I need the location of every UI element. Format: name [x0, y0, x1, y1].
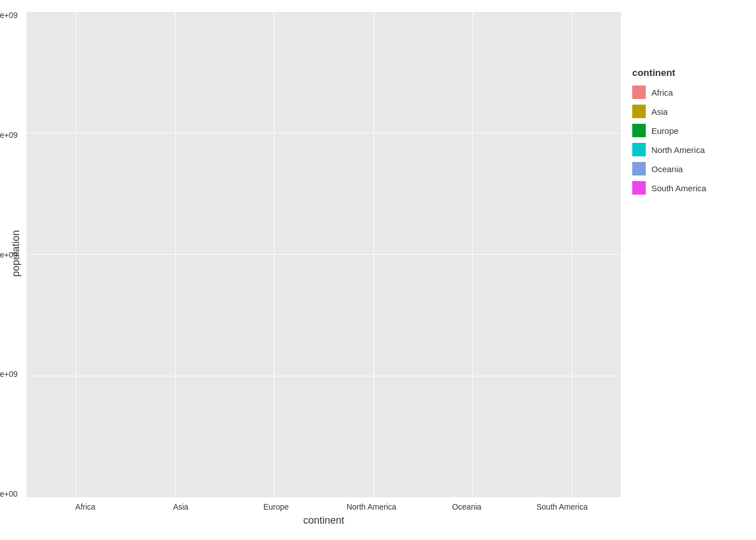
- x-axis-labels: AfricaAsiaEuropeNorth AmericaOceaniaSout…: [26, 498, 621, 511]
- legend-item: South America: [632, 181, 706, 195]
- x-tick-label: Asia: [133, 502, 229, 511]
- legend: continent AfricaAsiaEuropeNorth AmericaO…: [621, 56, 750, 212]
- y-tick-label: 4e+09: [0, 11, 17, 19]
- bars-container: [26, 11, 621, 498]
- legend-color-swatch: [632, 143, 646, 156]
- legend-item-label: Europe: [651, 126, 678, 136]
- legend-title: continent: [632, 68, 676, 79]
- legend-color-swatch: [632, 105, 646, 118]
- y-tick-label: 2e+09: [0, 251, 17, 259]
- legend-item-label: South America: [651, 183, 706, 193]
- x-tick-label: South America: [515, 502, 610, 511]
- y-tick-label: 1e+09: [0, 370, 17, 378]
- legend-color-swatch: [632, 124, 646, 137]
- legend-item: Asia: [632, 105, 706, 118]
- x-axis-title: continent: [26, 511, 621, 529]
- legend-item: North America: [632, 143, 706, 156]
- legend-color-swatch: [632, 181, 646, 195]
- x-tick-label: Oceania: [419, 502, 515, 511]
- legend-color-swatch: [632, 86, 646, 99]
- legend-color-swatch: [632, 162, 646, 176]
- x-tick-label: North America: [324, 502, 420, 511]
- legend-item: Europe: [632, 124, 706, 137]
- legend-item-label: Oceania: [651, 164, 683, 174]
- chart-title-area: population 4e+093e+092e+091e+090e+00: [6, 11, 621, 529]
- x-tick-label: Africa: [38, 502, 133, 511]
- y-tick-label: 0e+00: [0, 490, 17, 498]
- legend-items: AfricaAsiaEuropeNorth AmericaOceaniaSout…: [632, 86, 706, 200]
- y-tick-label: 3e+09: [0, 131, 17, 139]
- legend-item: Oceania: [632, 162, 706, 176]
- legend-item-label: North America: [651, 145, 705, 155]
- x-tick-label: Europe: [228, 502, 324, 511]
- chart-area: population 4e+093e+092e+091e+090e+00: [6, 11, 621, 529]
- plot-background: 4e+093e+092e+091e+090e+00: [26, 11, 621, 498]
- chart-container: population 4e+093e+092e+091e+090e+00: [0, 0, 756, 540]
- legend-item-label: Asia: [651, 107, 668, 116]
- y-axis-ticks: 4e+093e+092e+091e+090e+00: [0, 11, 17, 498]
- legend-item-label: Africa: [651, 88, 673, 97]
- chart-wrapper: population 4e+093e+092e+091e+090e+00: [6, 11, 750, 529]
- legend-item: Africa: [632, 86, 706, 99]
- chart-plot-area: 4e+093e+092e+091e+090e+00 AfricaAsiaEuro…: [26, 11, 621, 529]
